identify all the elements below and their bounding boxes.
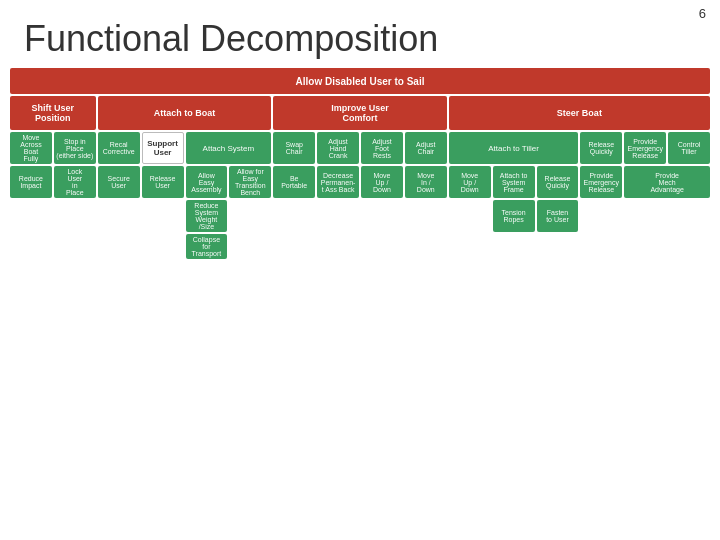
l3-attach-sys-frame: Attach toSystem Frame	[493, 166, 535, 198]
l4-tension-ropes: TensionRopes	[493, 200, 535, 232]
l3-lock-user: LockUserinPlace	[54, 166, 96, 198]
l1-improve: Improve UserComfort	[273, 96, 447, 130]
l3-move-up-down-2: MoveUp /Down	[449, 166, 491, 198]
l2-move-across: MoveAcrossBoatFully	[10, 132, 52, 164]
l2-recal: RecalCorrective	[98, 132, 140, 164]
l2-attach-tiller: Attach to Tiller	[449, 132, 579, 164]
l2-attach-system: Attach System	[186, 132, 272, 164]
l2-adjust-hand: AdjustHandCrank	[317, 132, 359, 164]
l3-move-up-down-1: MoveUp /Down	[361, 166, 403, 198]
l2-stop-place: Stop in Place(either side)	[54, 132, 96, 164]
diagram-container: Allow Disabled User to Sail Shift UserPo…	[0, 68, 720, 259]
l2-release-quickly: ReleaseQuickly	[580, 132, 622, 164]
l3-release-q: ReleaseQuickly	[537, 166, 579, 198]
l1-steer: Steer Boat	[449, 96, 710, 130]
main-title: Functional Decomposition	[0, 0, 720, 68]
l2-control-tiller: ControlTiller	[668, 132, 710, 164]
l2-adjust-chair: AdjustChair	[405, 132, 447, 164]
l4-fasten-user: Fastento User	[537, 200, 579, 232]
l3-easy-transition: Allow forEasyTransitionBench	[229, 166, 271, 198]
l3-move-in: MoveIn /Down	[405, 166, 447, 198]
l1-shift: Shift UserPosition	[10, 96, 96, 130]
l3-prov-emerg: ProvideEmergencyRelease	[580, 166, 622, 198]
l3-decrease-perm: DecreasePermanen-t Ass Back	[317, 166, 359, 198]
l3-prov-mech: ProvideMechAdvantage	[624, 166, 710, 198]
l2-support-user: SupportUser	[142, 132, 184, 164]
level0-banner: Allow Disabled User to Sail	[10, 68, 710, 94]
l4-reduce-system: ReduceSystemWeight/Size	[186, 200, 228, 232]
l2-emergency: ProvideEmergencyRelease	[624, 132, 666, 164]
l3-secure-user: SecureUser	[98, 166, 140, 198]
l3-easy-assembly: AllowEasyAssembly	[186, 166, 228, 198]
l3-portable: BePortable	[273, 166, 315, 198]
page-number: 6	[699, 6, 706, 21]
l3-reduce-impact: ReduceImpact	[10, 166, 52, 198]
l5-collapse: CollapseforTransport	[186, 234, 228, 259]
l2-swap-chair: SwapChair	[273, 132, 315, 164]
l1-attach-boat: Attach to Boat	[98, 96, 272, 130]
l3-release-user: ReleaseUser	[142, 166, 184, 198]
l2-adjust-foot: AdjustFootRests	[361, 132, 403, 164]
